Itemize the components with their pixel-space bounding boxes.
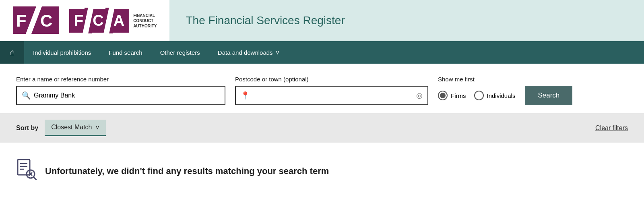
- sort-by-label: Sort by: [16, 124, 38, 132]
- chevron-down-icon: ∨: [275, 49, 280, 56]
- sort-chevron-icon: ∨: [95, 124, 99, 131]
- postcode-input-wrapper: 📍 ◎: [235, 86, 428, 105]
- home-nav-button[interactable]: ⌂: [0, 41, 24, 64]
- fca-logo-svg: F C: [13, 6, 65, 35]
- page-title: The Financial Services Register: [186, 14, 345, 27]
- nav-individual-prohibitions[interactable]: Individual prohibitions: [24, 42, 100, 63]
- logo-area: F C F C A FINANCIAL CONDUCT AUT: [0, 0, 169, 41]
- location-refresh-icon[interactable]: ◎: [416, 91, 423, 100]
- svg-text:C: C: [40, 11, 52, 30]
- radio-individuals-label: Individuals: [487, 92, 516, 99]
- search-section: Enter a name or reference number 🔍 Postc…: [0, 64, 644, 113]
- svg-rect-4: [18, 160, 30, 175]
- fca-slash2-container: [105, 8, 113, 33]
- svg-text:F: F: [16, 11, 27, 30]
- location-pin-icon: 📍: [241, 91, 250, 100]
- search-icon: 🔍: [22, 91, 31, 100]
- postcode-field-label: Postcode or town (optional): [235, 76, 428, 83]
- radio-firms-label: Firms: [451, 92, 466, 99]
- radio-individuals-circle: [474, 91, 484, 100]
- fca-slash-container: [85, 8, 92, 33]
- svg-line-9: [33, 177, 36, 180]
- name-search-field: Enter a name or reference number 🔍: [16, 76, 225, 105]
- nav-other-registers[interactable]: Other registers: [151, 42, 209, 63]
- sort-left: Sort by Closest Match ∨: [16, 120, 106, 136]
- no-results-message: Unfortunately, we didn't find any result…: [45, 166, 329, 176]
- show-me-first-section: Show me first Firms Individuals: [438, 76, 515, 105]
- header-title-area: The Financial Services Register: [169, 0, 644, 41]
- fca-org-name: FINANCIAL CONDUCT AUTHORITY: [133, 13, 157, 29]
- nav-data-downloads[interactable]: Data and downloads ∨: [209, 41, 289, 63]
- radio-firms[interactable]: Firms: [438, 91, 466, 100]
- show-me-first-label: Show me first: [438, 76, 515, 83]
- radio-individuals[interactable]: Individuals: [474, 91, 516, 100]
- fca-a: A: [113, 9, 129, 33]
- radio-group: Firms Individuals: [438, 86, 515, 105]
- page-header: F C F C A FINANCIAL CONDUCT AUT: [0, 0, 644, 41]
- home-icon: ⌂: [9, 47, 14, 58]
- fca-c: C: [92, 9, 105, 33]
- no-results-icon: [16, 159, 37, 184]
- sort-dropdown-button[interactable]: Closest Match ∨: [45, 120, 105, 136]
- sort-option-label: Closest Match: [51, 124, 92, 131]
- postcode-input[interactable]: [253, 92, 413, 99]
- name-input[interactable]: [34, 92, 220, 99]
- nav-links: Individual prohibitions Fund search Othe…: [24, 41, 289, 63]
- main-nav: ⌂ Individual prohibitions Fund search Ot…: [0, 41, 644, 64]
- postcode-search-field: Postcode or town (optional) 📍 ◎: [235, 76, 428, 105]
- no-results-section: Unfortunately, we didn't find any result…: [0, 143, 644, 192]
- clear-filters-button[interactable]: Clear filters: [595, 124, 628, 132]
- name-input-wrapper: 🔍: [16, 86, 225, 105]
- no-results-svg-icon: [16, 159, 37, 180]
- fca-logo: F C F C A FINANCIAL CONDUCT AUT: [13, 6, 157, 35]
- search-button[interactable]: Search: [525, 86, 572, 105]
- nav-fund-search[interactable]: Fund search: [100, 42, 151, 63]
- fca-f: F: [69, 9, 85, 33]
- name-field-label: Enter a name or reference number: [16, 76, 225, 83]
- radio-firms-circle: [438, 91, 448, 100]
- sort-bar: Sort by Closest Match ∨ Clear filters: [0, 113, 644, 143]
- search-row: Enter a name or reference number 🔍 Postc…: [16, 76, 628, 105]
